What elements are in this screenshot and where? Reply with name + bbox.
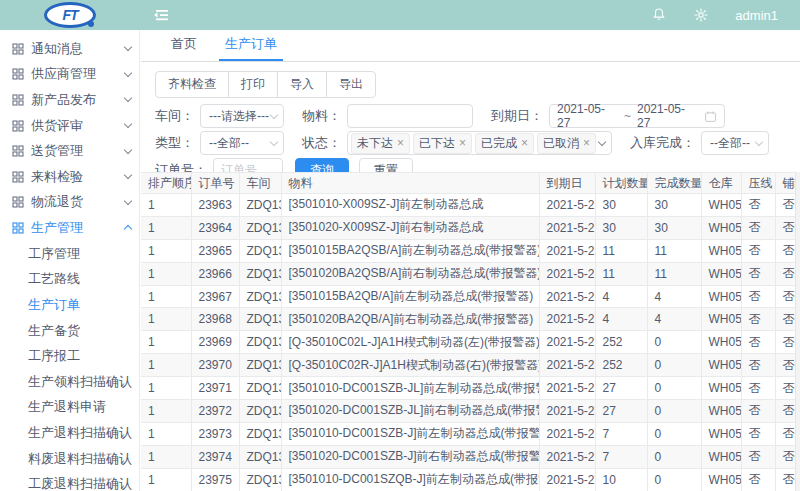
grid-icon <box>12 196 24 208</box>
vertical-scrollbar[interactable] <box>795 172 800 491</box>
table-cell: 否 <box>775 377 795 400</box>
table-cell: 否 <box>741 308 775 331</box>
table-cell: 23964 <box>191 216 239 239</box>
table-cell: 2021-5-27 <box>539 445 595 468</box>
sidebar-item[interactable]: 来料检验 <box>0 164 139 190</box>
chevron-down-icon <box>124 120 132 128</box>
table-row[interactable]: 123967ZDQ13[3501015BA2QB/A]前左制动器总成(带报警器)… <box>141 285 795 308</box>
table-cell: 10 <box>595 468 647 491</box>
sidebar-item[interactable]: 供货评审 <box>0 113 139 139</box>
table-cell: 23967 <box>191 285 239 308</box>
workshop-label: 车间： <box>155 107 194 125</box>
table-cell: WH05 <box>701 308 741 331</box>
table-row[interactable]: 123973ZDQ13[3501010-DC001SZB-J]前左制动器总成(带… <box>141 422 795 445</box>
status-multiselect[interactable]: 未下达×已下达×已完成×已取消× <box>347 131 612 155</box>
toolbar-button[interactable]: 打印 <box>228 71 278 98</box>
type-select[interactable]: --全部-- <box>200 131 284 155</box>
chevron-down-icon <box>755 137 763 145</box>
table-cell: 否 <box>741 262 775 285</box>
table-cell: ZDQ13 <box>239 400 281 423</box>
status-label: 状态： <box>302 134 341 152</box>
status-tag: 已完成× <box>475 133 534 154</box>
status-tag-label: 未下达 <box>357 135 393 152</box>
table-row[interactable]: 123974ZDQ13[3501020-DC001SZB-J]前右制动器总成(带… <box>141 445 795 468</box>
table-cell: 23972 <box>191 400 239 423</box>
table-row[interactable]: 123963ZDQ13[3501010-X009SZ-J]前左制动器总成2021… <box>141 194 795 217</box>
table-cell: ZDQ13 <box>239 331 281 354</box>
material-input-wrap <box>347 104 473 128</box>
table-row[interactable]: 123969ZDQ13[Q-35010C02L-J]A1H楔式制动器(左)(带报… <box>141 331 795 354</box>
sidebar-item[interactable]: 生产管理 <box>0 215 139 241</box>
sidebar-item[interactable]: 送货管理 <box>0 138 139 164</box>
table-row[interactable]: 123965ZDQ13[3501015BA2QSB/A]前左制动器总成(带报警器… <box>141 239 795 262</box>
tag-close-icon[interactable]: × <box>459 137 466 149</box>
table-row[interactable]: 123971ZDQ13[3501010-DC001SZB-JL]前左制动器总成(… <box>141 377 795 400</box>
sidebar-item[interactable]: 通知消息 <box>0 36 139 62</box>
table-row[interactable]: 123975ZDQ13[3501010-DC001SZQB-J]前左制动器总成(… <box>141 468 795 491</box>
sidebar-subitem[interactable]: 生产退料申请 <box>0 394 139 420</box>
table-cell: 否 <box>741 216 775 239</box>
sidebar-subitem[interactable]: 生产订单 <box>0 292 139 318</box>
sidebar-item[interactable]: 物流退货 <box>0 190 139 216</box>
tab-item[interactable]: 首页 <box>157 30 211 61</box>
table-cell: [3501015BA2QSB/A]前左制动器总成(带报警器) <box>281 239 539 262</box>
sidebar-item-label: 通知消息 <box>31 40 125 58</box>
sidebar-subitem[interactable]: 料废退料扫描确认 <box>0 446 139 472</box>
sidebar-subitem[interactable]: 工序管理 <box>0 241 139 267</box>
material-label: 物料： <box>302 107 341 125</box>
table-row[interactable]: 123968ZDQ13[3501020BA2QB/A]前右制动器总成(带报警器)… <box>141 308 795 331</box>
sidebar-subitem[interactable]: 工序报工 <box>0 343 139 369</box>
table-row[interactable]: 123966ZDQ13[3501020BA2QSB/A]前右制动器总成(带报警器… <box>141 262 795 285</box>
grid-icon <box>12 222 24 234</box>
table-cell: 1 <box>141 377 191 400</box>
sidebar-subitem[interactable]: 生产备货 <box>0 318 139 344</box>
table-row[interactable]: 123964ZDQ13[3501020-X009SZ-J]前右制动器总成2021… <box>141 216 795 239</box>
sidebar-subitem[interactable]: 工废退料扫描确认 <box>0 471 139 491</box>
toolbar-button[interactable]: 导出 <box>326 71 376 98</box>
current-user[interactable]: admin1 <box>735 8 778 23</box>
chevron-down-icon <box>124 69 132 77</box>
table-cell: ZDQ13 <box>239 468 281 491</box>
status-tag: 已下达× <box>413 133 472 154</box>
toolbar-button-group: 齐料检查打印导入导出 <box>155 71 376 98</box>
tag-close-icon[interactable]: × <box>583 137 590 149</box>
sidebar-subitem[interactable]: 工艺路线 <box>0 266 139 292</box>
table-cell: 23970 <box>191 354 239 377</box>
table-row[interactable]: 123970ZDQ13[Q-35010C02R-J]A1H楔式制动器(右)(带报… <box>141 354 795 377</box>
storage-done-select[interactable]: --全部-- <box>701 131 769 155</box>
workshop-select[interactable]: ---请选择--- <box>200 104 284 128</box>
table-cell: 否 <box>775 194 795 217</box>
table-row[interactable]: 123972ZDQ13[3501020-DC001SZB-JL]前右制动器总成(… <box>141 400 795 423</box>
table-cell: 否 <box>775 354 795 377</box>
notification-bell-icon[interactable] <box>651 7 667 23</box>
table-cell: WH05 <box>701 285 741 308</box>
column-header: 铺线 <box>775 173 795 194</box>
sidebar-item[interactable]: 新产品发布 <box>0 87 139 113</box>
table-body: 123963ZDQ13[3501010-X009SZ-J]前左制动器总成2021… <box>141 194 795 491</box>
toolbar-button[interactable]: 导入 <box>277 71 327 98</box>
table-cell: [Q-35010C02L-J]A1H楔式制动器(左)(带报警器) <box>281 331 539 354</box>
sidebar-item[interactable]: 供应商管理 <box>0 62 139 88</box>
sidebar-subitem[interactable]: 生产领料扫描确认 <box>0 369 139 395</box>
table-cell: 2021-5-27 <box>539 262 595 285</box>
toolbar-button[interactable]: 齐料检查 <box>155 71 229 98</box>
tag-close-icon[interactable]: × <box>521 137 528 149</box>
tab-active[interactable]: 生产订单 <box>211 30 291 61</box>
due-date-from: 2021-05-27 <box>557 102 618 130</box>
table-cell: ZDQ13 <box>239 308 281 331</box>
sidebar-subitem[interactable]: 生产退料扫描确认 <box>0 420 139 446</box>
table-cell: 否 <box>775 400 795 423</box>
material-input[interactable] <box>355 109 465 123</box>
table-cell: 23965 <box>191 239 239 262</box>
grid-icon <box>12 94 24 106</box>
settings-gear-icon[interactable] <box>693 7 709 23</box>
tag-close-icon[interactable]: × <box>397 137 404 149</box>
table-cell: [Q-35010C02R-J]A1H楔式制动器(右)(带报警器) <box>281 354 539 377</box>
table-cell: 否 <box>741 445 775 468</box>
table-cell: 30 <box>647 194 701 217</box>
sidebar-collapse-icon[interactable] <box>152 7 170 23</box>
table-cell: [3501020-DC001SZB-J]前右制动器总成(带报警器) <box>281 445 539 468</box>
due-date-range-picker[interactable]: 2021-05-27 ~ 2021-05-27 <box>549 104 725 128</box>
table-cell: ZDQ13 <box>239 239 281 262</box>
table-cell: 否 <box>741 239 775 262</box>
